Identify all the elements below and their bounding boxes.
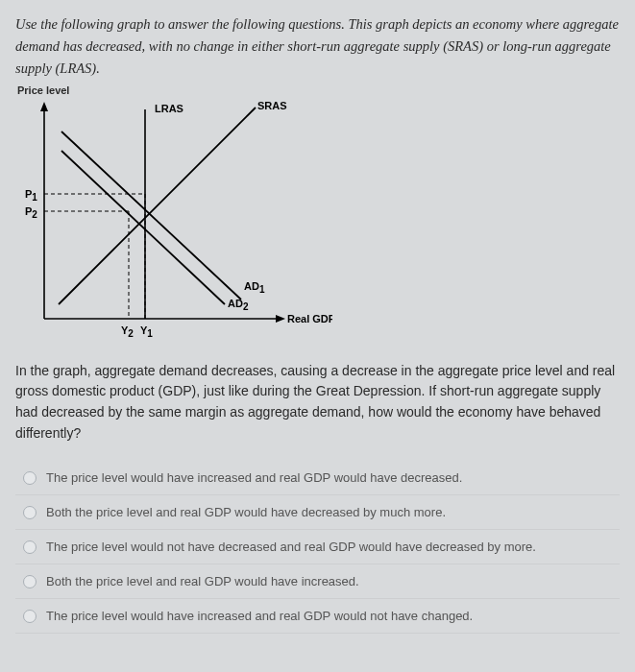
option-c[interactable]: The price level would not have decreased… — [15, 530, 620, 564]
svg-marker-3 — [276, 315, 285, 323]
question-intro: Use the following graph to answer the fo… — [15, 13, 620, 81]
option-label: The price level would not have decreased… — [46, 540, 536, 554]
lras-label: LRAS — [155, 103, 183, 114]
radio-icon — [23, 575, 37, 588]
svg-marker-1 — [40, 102, 48, 111]
option-b[interactable]: Both the price level and real GDP would … — [15, 495, 620, 530]
radio-icon — [23, 506, 37, 519]
p1-tick: P1 — [25, 188, 37, 203]
question-text: In the graph, aggregate demand decreases… — [15, 361, 620, 444]
y1-tick: Y1 — [140, 324, 153, 339]
ad1-label: AD1 — [244, 280, 265, 295]
radio-icon — [23, 471, 37, 485]
option-label: The price level would have increased and… — [46, 609, 473, 623]
radio-icon — [23, 540, 37, 554]
option-d[interactable]: Both the price level and real GDP would … — [15, 564, 620, 599]
option-label: Both the price level and real GDP would … — [46, 574, 359, 588]
y2-tick: Y2 — [121, 324, 134, 339]
sras-label: SRAS — [257, 100, 287, 111]
y-axis-label: Price level — [17, 84, 620, 96]
svg-line-7 — [61, 151, 225, 304]
radio-icon — [23, 610, 37, 623]
p2-tick: P2 — [25, 205, 37, 220]
option-e[interactable]: The price level would have increased and… — [15, 599, 620, 634]
x-axis-label: Real GDP — [287, 313, 332, 324]
option-label: The price level would have increased and… — [46, 470, 462, 485]
economics-chart: LRAS SRAS AD1 AD2 P1 P2 Y2 Y1 Real GDP — [15, 98, 332, 348]
ad2-label: AD2 — [228, 298, 249, 312]
option-a[interactable]: The price level would have increased and… — [15, 461, 620, 495]
option-label: Both the price level and real GDP would … — [46, 505, 446, 519]
svg-line-5 — [59, 108, 256, 304]
